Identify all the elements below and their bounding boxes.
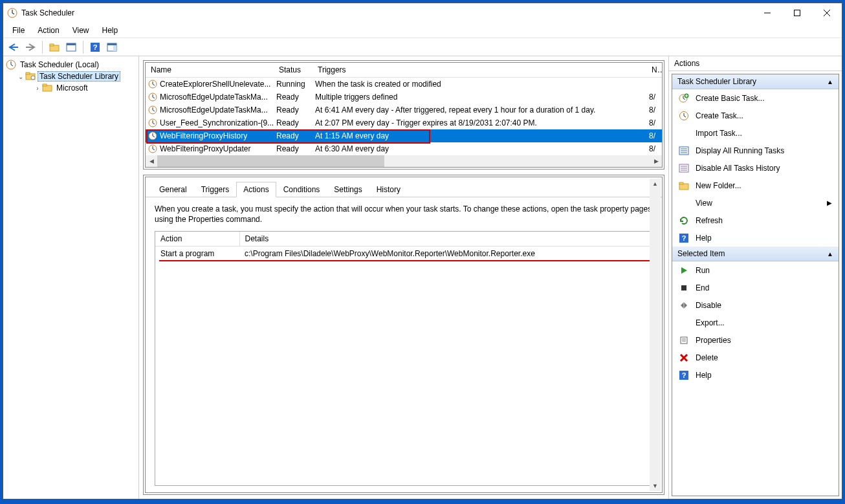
folder-icon (42, 83, 52, 93)
action-label: Import Task... (696, 129, 742, 138)
actions-description: When you create a task, you must specify… (155, 204, 653, 225)
action-properties[interactable]: Properties (672, 331, 839, 349)
clock-icon (148, 93, 157, 102)
task-row[interactable]: WebFilteringProxyUpdaterReadyAt 6:30 AM … (146, 142, 662, 155)
vertical-scrollbar[interactable]: ▲ ▼ (650, 179, 661, 492)
tree-pane: Task Scheduler (Local) ⌄ Task Scheduler … (3, 56, 139, 499)
tree-library-label: Task Scheduler Library (39, 72, 118, 81)
scroll-up-button[interactable]: ▲ (650, 179, 661, 190)
menu-action[interactable]: Action (31, 25, 65, 36)
horizontal-scrollbar[interactable]: ◀ ▶ (146, 155, 662, 167)
main-area: Task Scheduler (Local) ⌄ Task Scheduler … (3, 56, 842, 499)
tab-settings[interactable]: Settings (327, 182, 369, 197)
col-triggers[interactable]: Triggers (313, 63, 646, 78)
actions-pane-title: Actions (669, 56, 842, 71)
collapse-icon[interactable]: ▲ (827, 250, 833, 257)
panel-icon-2[interactable] (104, 39, 120, 55)
action-display-running[interactable]: Display All Running Tasks (672, 142, 839, 159)
panel-icon[interactable] (63, 39, 79, 55)
menu-help[interactable]: Help (96, 25, 125, 36)
task-status: Ready (274, 142, 313, 155)
actions-group-selected[interactable]: Selected Item ▲ (672, 247, 839, 261)
task-triggers: At 2:07 PM every day - Trigger expires a… (313, 116, 646, 129)
task-status: Ready (274, 116, 313, 129)
col-action[interactable]: Action (155, 232, 239, 247)
col-name[interactable]: Name (146, 63, 274, 78)
task-table: Name Status Triggers N CreateExplorerShe… (146, 63, 662, 155)
caret-down-icon[interactable]: ⌄ (16, 73, 25, 80)
action-label: View (696, 199, 712, 208)
tab-actions[interactable]: Actions (236, 182, 276, 197)
actions-group-library[interactable]: Task Scheduler Library ▲ (672, 74, 839, 89)
forward-button[interactable] (23, 39, 38, 55)
task-row[interactable]: CreateExplorerShellUnelevate...RunningWh… (146, 78, 662, 91)
close-button[interactable] (812, 3, 842, 23)
action-new-folder[interactable]: New Folder... (672, 177, 839, 194)
scroll-thumb[interactable] (157, 155, 384, 167)
actions-pane: Actions Task Scheduler Library ▲ Create … (668, 56, 842, 499)
scroll-right-button[interactable]: ▶ (650, 155, 662, 167)
task-name: User_Feed_Synchronization-{9... (160, 118, 274, 127)
action-import-task[interactable]: Import Task... (672, 124, 839, 142)
back-button[interactable] (6, 39, 21, 55)
action-export[interactable]: Export... (672, 314, 839, 331)
menu-file[interactable]: File (6, 25, 31, 36)
action-help1[interactable]: ?Help (672, 229, 839, 247)
task-row[interactable]: MicrosoftEdgeUpdateTaskMa...ReadyAt 6:41… (146, 104, 662, 116)
folder-up-icon[interactable] (47, 39, 62, 55)
app-icon (7, 8, 17, 18)
none-icon (679, 198, 689, 208)
action-label: New Folder... (696, 181, 741, 190)
app-window: Task Scheduler File Action View Help ? T… (3, 3, 842, 499)
action-label: Help (696, 234, 712, 243)
tab-general[interactable]: General (152, 182, 194, 197)
scroll-down-button[interactable]: ▼ (650, 480, 661, 491)
tab-history[interactable]: History (369, 182, 408, 197)
task-triggers: When the task is created or modified (313, 78, 646, 91)
delete-icon (679, 353, 689, 363)
actions-group-selected-label: Selected Item (677, 249, 725, 258)
action-disable-history[interactable]: Disable All Tasks History (672, 159, 839, 177)
action-run[interactable]: Run (672, 261, 839, 279)
action-refresh[interactable]: Refresh (672, 212, 839, 229)
action-end[interactable]: End (672, 279, 839, 296)
task-status: Ready (274, 104, 313, 116)
detail-tabs: General Triggers Actions Conditions Sett… (146, 177, 662, 197)
scroll-left-button[interactable]: ◀ (146, 155, 157, 167)
action-create-basic-task[interactable]: Create Basic Task... (672, 89, 839, 107)
svg-point-19 (31, 76, 35, 80)
action-delete[interactable]: Delete (672, 349, 839, 366)
svg-text:?: ? (682, 371, 686, 379)
task-row[interactable]: User_Feed_Synchronization-{9...ReadyAt 2… (146, 116, 662, 129)
col-status[interactable]: Status (274, 63, 313, 78)
minimize-button[interactable] (752, 3, 782, 23)
tab-conditions[interactable]: Conditions (276, 182, 327, 197)
action-help2[interactable]: ?Help (672, 366, 839, 384)
action-row[interactable]: Start a programc:\Program Files\Diladele… (155, 246, 652, 261)
help-toolbar-icon[interactable]: ? (87, 39, 103, 55)
tree-library[interactable]: ⌄ Task Scheduler Library (3, 71, 138, 82)
action-create-task[interactable]: Create Task... (672, 107, 839, 124)
collapse-icon[interactable]: ▲ (827, 78, 833, 85)
col-next[interactable]: N (646, 63, 662, 78)
svg-text:?: ? (682, 234, 686, 242)
col-details[interactable]: Details (239, 232, 652, 247)
submenu-arrow-icon: ▶ (827, 199, 832, 206)
action-disable[interactable]: Disable (672, 296, 839, 314)
clock-icon (679, 111, 689, 121)
toolbar: ? (3, 38, 842, 56)
title-bar: Task Scheduler (3, 3, 842, 23)
task-status: Ready (274, 129, 313, 142)
maximize-button[interactable] (782, 3, 812, 23)
task-row[interactable]: MicrosoftEdgeUpdateTaskMa...ReadyMultipl… (146, 91, 662, 104)
task-triggers: At 1:15 AM every day (313, 129, 646, 142)
action-label: Display All Running Tasks (696, 146, 784, 155)
task-row[interactable]: WebFilteringProxyHistoryReadyAt 1:15 AM … (146, 129, 662, 142)
tree-microsoft[interactable]: › Microsoft (3, 82, 138, 94)
stop-icon (679, 283, 689, 293)
menu-view[interactable]: View (66, 25, 96, 36)
tab-triggers[interactable]: Triggers (194, 182, 237, 197)
tree-root[interactable]: Task Scheduler (Local) (3, 59, 138, 71)
action-view[interactable]: View▶ (672, 194, 839, 212)
caret-right-icon[interactable]: › (33, 85, 42, 92)
